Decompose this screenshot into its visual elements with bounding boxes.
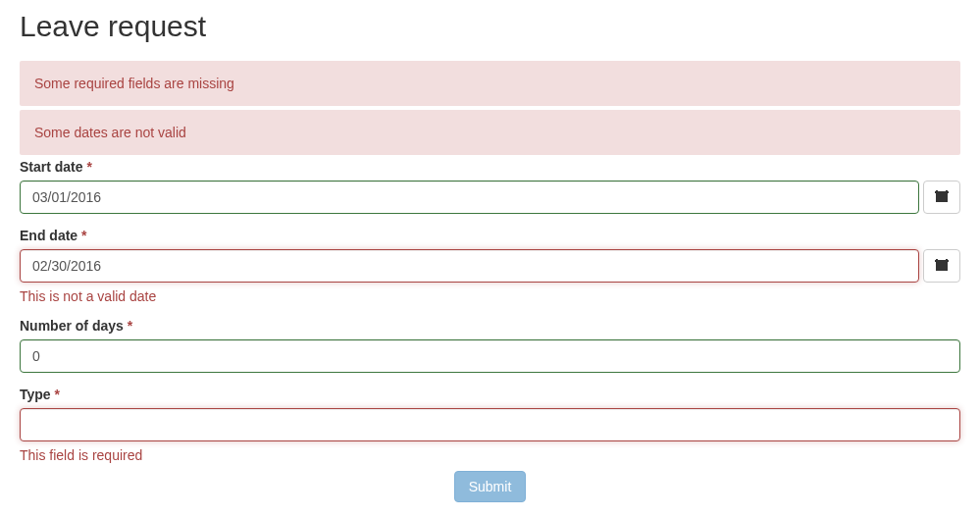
number-of-days-group: Number of days * xyxy=(20,318,960,373)
type-group: Type * This field is required xyxy=(20,387,960,463)
start-date-input[interactable] xyxy=(20,181,919,214)
end-date-label: End date * xyxy=(20,228,960,243)
alert-invalid-dates: Some dates are not valid xyxy=(20,110,960,155)
calendar-icon xyxy=(935,258,949,275)
start-date-label: Start date * xyxy=(20,159,960,175)
end-date-error: This is not a valid date xyxy=(20,288,960,304)
end-date-calendar-button[interactable] xyxy=(923,249,960,283)
number-of-days-label: Number of days * xyxy=(20,318,960,334)
calendar-icon xyxy=(935,189,949,206)
submit-button[interactable]: Submit xyxy=(454,471,527,502)
type-error: This field is required xyxy=(20,447,960,463)
page-title: Leave request xyxy=(20,10,960,43)
type-input[interactable] xyxy=(20,408,960,441)
end-date-group: End date * This is not a valid date xyxy=(20,228,960,304)
start-date-calendar-button[interactable] xyxy=(923,181,960,214)
start-date-group: Start date * xyxy=(20,159,960,214)
end-date-input[interactable] xyxy=(20,249,919,283)
type-label: Type * xyxy=(20,387,960,402)
number-of-days-input[interactable] xyxy=(20,339,960,373)
alert-missing-fields: Some required fields are missing xyxy=(20,61,960,106)
